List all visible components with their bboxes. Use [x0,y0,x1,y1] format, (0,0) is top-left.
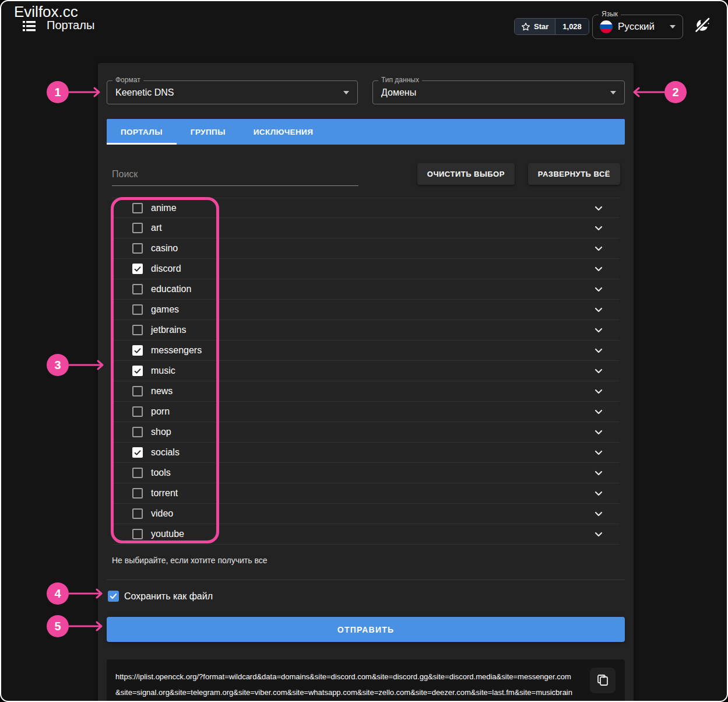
chevron-down-icon[interactable] [593,487,604,499]
portal-label: casino [151,243,178,254]
portal-checkbox[interactable] [132,406,143,417]
divider [107,580,625,580]
annotation-2: 2 [631,81,687,103]
annotation-4-number: 4 [47,582,69,605]
chevron-down-icon[interactable] [593,385,604,397]
portal-checkbox[interactable] [132,447,143,458]
expand-all-button[interactable]: РАЗВЕРНУТЬ ВСЁ [528,163,620,185]
result-url-block: https://iplist.opencck.org/?format=wildc… [107,659,625,702]
portal-row[interactable]: news [112,381,620,402]
annotation-arrow-left [631,86,664,99]
chevron-down-icon[interactable] [593,508,604,520]
portal-checkbox[interactable] [132,345,143,356]
data-type-select[interactable]: Тип данных Домены [372,80,625,104]
language-select[interactable]: Язык Русский [592,15,683,39]
chevron-down-icon[interactable] [593,243,604,254]
portal-checkbox[interactable] [132,529,143,539]
chevron-down-icon[interactable] [593,467,604,479]
portal-checkbox[interactable] [132,468,143,478]
chevron-down-icon[interactable] [593,447,604,458]
portal-row[interactable]: casino [112,238,620,259]
tab-portals[interactable]: ПОРТАЛЫ [107,119,177,145]
copy-url-button[interactable] [590,668,616,693]
annotation-1-number: 1 [47,81,69,103]
portal-row[interactable]: music [112,361,620,381]
portal-checkbox[interactable] [132,488,143,499]
format-select-value: Keenetic DNS [115,87,174,98]
format-select[interactable]: Формат Keenetic DNS [107,80,358,104]
portal-list: anime art casino discord [112,198,620,545]
portal-row[interactable]: shop [112,422,620,443]
annotation-3: 3 [47,354,106,376]
annotation-5-number: 5 [47,615,69,637]
data-type-select-label: Тип данных [378,76,422,84]
submit-button[interactable]: ОТПРАВИТЬ [107,617,625,642]
portal-row[interactable]: messengers [112,341,620,361]
save-as-file-checkbox[interactable] [108,591,119,602]
portal-row[interactable]: games [112,300,620,320]
annotation-5: 5 [47,615,105,637]
portal-label: music [151,366,175,376]
portal-row[interactable]: anime [112,198,620,218]
star-icon [521,22,530,31]
portal-row[interactable]: discord [112,259,620,279]
chevron-down-icon[interactable] [593,263,604,275]
portal-checkbox[interactable] [132,243,143,254]
portal-row[interactable]: art [112,218,620,238]
helper-text: Не выбирайте, если хотите получить все [112,556,625,565]
chevron-down-icon[interactable] [593,528,604,540]
copy-icon [596,673,610,687]
portal-label: shop [151,427,171,437]
github-star-button[interactable]: Star 1,028 [514,18,589,35]
portal-checkbox[interactable] [132,264,143,274]
result-url-text[interactable]: https://iplist.opencck.org/?format=wildc… [115,669,575,702]
portal-checkbox[interactable] [132,304,143,315]
theme-toggle-moon-stars-slash-icon[interactable] [694,16,711,34]
tab-bar: ПОРТАЛЫ ГРУППЫ ИСКЛЮЧЕНИЯ [107,119,625,145]
data-type-select-value: Домены [381,87,416,98]
portal-checkbox[interactable] [132,386,143,396]
tab-exclusions[interactable]: ИСКЛЮЧЕНИЯ [240,119,328,145]
chevron-down-icon[interactable] [593,406,604,417]
portal-row[interactable]: video [112,504,620,524]
save-as-file-label: Сохранить как файл [124,591,213,602]
portal-label: education [151,284,191,294]
portal-label: anime [151,203,177,213]
chevron-down-icon[interactable] [593,283,604,295]
language-selected-value: Русский [618,21,655,33]
portal-label: games [151,304,179,315]
chevron-down-icon[interactable] [593,365,604,377]
portal-checkbox[interactable] [132,284,143,294]
portal-label: porn [151,406,170,417]
portal-label: jetbrains [151,325,186,335]
portal-row[interactable]: education [112,279,620,300]
portal-row[interactable]: torrent [112,483,620,504]
portal-checkbox[interactable] [132,508,143,519]
portal-row[interactable]: youtube [112,524,620,545]
portal-row[interactable]: tools [112,463,620,483]
chevron-down-icon[interactable] [593,222,604,234]
save-as-file-checkbox-row[interactable]: Сохранить как файл [108,591,625,602]
portal-label: news [151,386,173,396]
portal-checkbox[interactable] [132,203,143,213]
chevron-down-icon[interactable] [593,202,604,214]
portal-checkbox[interactable] [132,223,143,233]
portal-checkbox[interactable] [132,325,143,335]
portal-row[interactable]: porn [112,402,620,422]
chevron-down-icon[interactable] [593,426,604,438]
clear-selection-button[interactable]: ОЧИСТИТЬ ВЫБОР [417,163,515,185]
portal-checkbox[interactable] [132,427,143,437]
star-button-label: Star [534,22,548,31]
portal-label: torrent [151,488,178,499]
menu-icon[interactable] [22,20,36,33]
portal-row[interactable]: socials [112,443,620,463]
chevron-down-icon[interactable] [593,345,604,356]
star-count: 1,028 [555,19,589,34]
tab-groups[interactable]: ГРУППЫ [177,119,240,145]
chevron-down-icon[interactable] [593,304,604,315]
portal-checkbox[interactable] [132,366,143,376]
chevron-down-icon[interactable] [593,324,604,336]
chevron-down-icon [670,25,676,29]
portal-row[interactable]: jetbrains [112,320,620,341]
search-input[interactable] [112,166,358,186]
